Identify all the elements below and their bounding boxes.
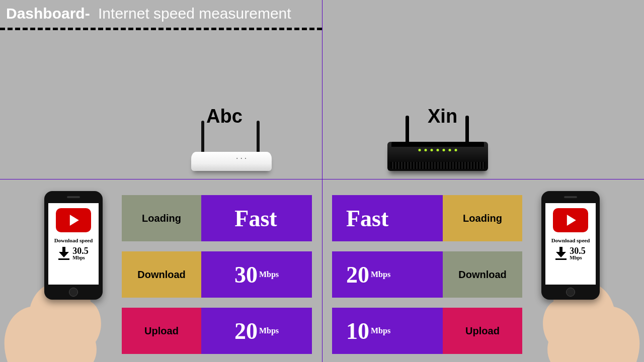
- metrics-column-left: Loading Fast Download 30 Mbps Upload 20 …: [122, 195, 312, 354]
- divider-vertical: [322, 0, 323, 362]
- phone-speed-unit: Mbps: [570, 255, 586, 260]
- title-underline: [0, 28, 322, 30]
- metric-value: 30 Mbps: [201, 251, 312, 298]
- metric-label: Download: [122, 251, 201, 298]
- metric-row-upload-left: Upload 20 Mbps: [122, 308, 312, 354]
- metric-row-upload-right: 10 Mbps Upload: [332, 308, 522, 354]
- phone-caption: Download speed: [54, 237, 93, 243]
- metric-row-loading-right: Fast Loading: [332, 195, 522, 241]
- phone-speed-value: 30.5: [72, 246, 89, 255]
- metric-value: Fast: [201, 195, 312, 241]
- phone-caption: Download speed: [551, 237, 590, 243]
- metric-value: 20 Mbps: [201, 308, 312, 354]
- value-unit: Mbps: [371, 270, 390, 279]
- divider-horizontal: [0, 179, 644, 179]
- metric-label: Download: [443, 251, 522, 298]
- title-strong: Dashboard-: [6, 5, 90, 22]
- value-unit: Mbps: [371, 326, 390, 335]
- phone-icon: Download speed 30.5 Mbps: [541, 191, 600, 300]
- metric-label: Upload: [443, 308, 522, 354]
- value-text: Fast: [234, 205, 277, 232]
- hand-phone-right: Download speed 30.5 Mbps: [528, 191, 644, 362]
- value-unit: Mbps: [259, 326, 279, 335]
- youtube-icon: [553, 208, 588, 232]
- metric-row-loading-left: Loading Fast: [122, 195, 312, 241]
- value-text: 10: [346, 318, 369, 344]
- metric-value: 10 Mbps: [332, 308, 443, 354]
- title-subtitle: Internet speed measurement: [98, 5, 291, 22]
- metric-row-download-right: 20 Mbps Download: [332, 251, 522, 298]
- metrics-column-right: Fast Loading 20 Mbps Download 10 Mbps Up…: [332, 195, 522, 354]
- router-icon-black: [387, 116, 488, 176]
- download-arrow-icon: [58, 247, 69, 260]
- youtube-icon: [56, 208, 91, 232]
- value-text: 20: [234, 318, 258, 344]
- metric-value: 20 Mbps: [332, 251, 443, 298]
- metric-label: Loading: [443, 195, 522, 241]
- value-text: 30: [234, 261, 258, 288]
- value-unit: Mbps: [259, 270, 279, 279]
- metric-label: Loading: [122, 195, 201, 241]
- hand-phone-left: Download speed 30.5 Mbps: [0, 191, 116, 362]
- download-arrow-icon: [555, 247, 567, 260]
- value-text: 20: [346, 261, 369, 288]
- value-text: Fast: [346, 205, 388, 232]
- phone-speed-unit: Mbps: [72, 255, 89, 260]
- router-icon-white: • • •: [181, 116, 282, 176]
- page-title: Dashboard- Internet speed measurement: [6, 5, 322, 22]
- metric-label: Upload: [122, 308, 201, 354]
- metric-row-download-left: Download 30 Mbps: [122, 251, 312, 298]
- phone-icon: Download speed 30.5 Mbps: [44, 191, 103, 300]
- phone-speed-value: 30.5: [570, 246, 586, 255]
- metric-value: Fast: [332, 195, 443, 241]
